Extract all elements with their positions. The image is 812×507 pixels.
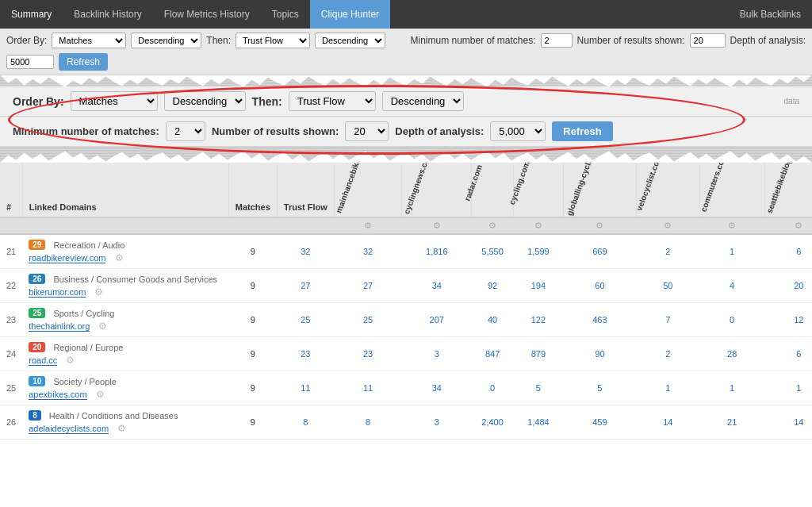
nav-bulk-backlinks[interactable]: Bulk Backlinks [729,0,812,29]
domain-link[interactable]: roadbikereview.com [29,253,105,263]
row-col-8: 6 [764,234,812,269]
settings-icon[interactable]: ⚙ [96,389,105,400]
row-domain-cell: 25 Sports / Cycling thechainlink.org ⚙ [22,303,228,337]
row-col-6: 50 [637,269,699,303]
row-col-8: 1 [764,371,812,405]
row-col-6: 14 [637,405,699,440]
row-trust-flow: 32 [277,234,334,269]
order-by-label: Order By: [6,35,47,46]
row-matches: 9 [228,337,277,371]
zoom-depth-label: Depth of analysis: [395,125,484,137]
row-col-5: 5 [563,371,636,405]
row-col-2: 207 [402,303,472,337]
table-row: 25 10 Society / People apexbikes.com ⚙ 9… [0,371,812,405]
nav-summary[interactable]: Summary [0,0,63,29]
row-col-5: 60 [563,269,636,303]
row-matches: 9 [228,269,277,303]
category-badge: 20 [29,342,45,352]
row-col-3: 40 [472,303,514,337]
row-col-7: 1 [699,371,764,405]
category-label: Regional / Europe [53,343,123,352]
row-col-2: 34 [402,371,472,405]
category-badge: 10 [29,376,45,386]
domain-link[interactable]: adelaidecyclists.com [29,424,109,434]
nav-clique-hunter[interactable]: Clique Hunter [310,0,390,29]
row-col-4: 1,484 [514,405,564,440]
then-label: Then: [206,35,231,46]
descending2-select[interactable]: Descending Ascending [315,33,385,48]
table-row: 23 25 Sports / Cycling thechainlink.org … [0,303,812,337]
row-col-2: 1,816 [402,234,472,269]
row-domain-cell: 20 Regional / Europe road.cc ⚙ [22,337,228,371]
zoom-refresh-button[interactable]: Refresh [552,121,612,141]
row-domain-cell: 8 Health / Conditions and Diseases adela… [22,405,228,440]
zoom-results-select[interactable]: 2050100 [345,121,389,141]
table-row: 22 26 Business / Consumer Goods and Serv… [0,269,812,303]
zoom-filter-row1: Order By: Matches Trust Flow Descending … [0,86,812,116]
nav-topics[interactable]: Topics [261,0,310,29]
row-num: 23 [0,303,22,337]
domain-link[interactable]: thechainlink.org [29,321,90,332]
row-col-5: 463 [563,303,636,337]
col-rot4: cycling.com [514,163,564,217]
nav-backlink-history[interactable]: Backlink History [63,0,152,29]
row-col-4: 122 [514,303,564,337]
row-domain-cell: 29 Recreation / Audio roadbikereview.com… [22,234,228,269]
zoom-then-select[interactable]: Trust Flow Citation Flow [289,91,376,111]
settings-icon[interactable]: ⚙ [98,321,107,332]
row-matches: 9 [228,371,277,405]
row-matches: 9 [228,405,277,440]
results-input[interactable] [690,33,726,48]
domain-link[interactable]: road.cc [29,355,57,366]
zoom-results-label: Number of results shown: [212,125,339,137]
row-num: 26 [0,405,22,440]
then-select[interactable]: Trust Flow Citation Flow [236,33,310,48]
row-col-3: 5,550 [472,234,514,269]
col-rot8: seattlebikeblog... [764,163,812,217]
settings-icon[interactable]: ⚙ [66,355,75,366]
min-matches-input[interactable] [541,33,573,48]
descending1-select[interactable]: Descending Ascending [131,33,201,48]
top-nav: Summary Backlink History Flow Metrics Hi… [0,0,812,29]
zoom-depth-select[interactable]: 5,00010,000 [490,121,546,141]
zoom-orderby-label: Order By: [13,95,64,108]
col-trust-flow: Trust Flow [277,163,334,217]
col-rot7: commuters.com [699,163,764,217]
nav-flow-metrics[interactable]: Flow Metrics History [153,0,261,29]
results-label: Number of results shown: [577,35,685,46]
col-rot6: velocyclist.com [637,163,699,217]
zoom-desc2-select[interactable]: Descending Ascending [382,91,464,111]
row-col-2: 34 [402,269,472,303]
row-col-4: 5 [514,371,564,405]
row-col-7: 0 [699,303,764,337]
settings-icon[interactable]: ⚙ [115,252,124,263]
zoom-orderby-select[interactable]: Matches Trust Flow [71,91,158,111]
row-col-8: 12 [764,303,812,337]
row-matches: 9 [228,234,277,269]
results-table: # Linked Domains Matches Trust Flow main… [0,163,812,440]
depth-input[interactable] [6,55,54,69]
row-domain-cell: 10 Society / People apexbikes.com ⚙ [22,371,228,405]
row-col-4: 879 [514,337,564,371]
domain-link[interactable]: apexbikes.com [29,390,86,400]
row-col-5: 459 [563,405,636,440]
row-col-1: 25 [334,303,402,337]
settings-icon[interactable]: ⚙ [94,286,103,298]
row-col-1: 32 [334,234,402,269]
row-col-3: 92 [472,269,514,303]
settings-icon[interactable]: ⚙ [117,423,126,434]
table-row: 26 8 Health / Conditions and Diseases ad… [0,405,812,440]
row-trust-flow: 25 [277,303,334,337]
row-col-6: 1 [637,371,699,405]
category-label: Health / Conditions and Diseases [49,411,178,421]
row-matches: 9 [228,303,277,337]
row-num: 21 [0,234,22,269]
domain-link[interactable]: bikerumor.com [29,287,86,298]
refresh-button[interactable]: Refresh [59,53,108,71]
zoom-min-select[interactable]: 234 [166,121,205,141]
order-by-select[interactable]: Matches Trust Flow Citation Flow [52,33,126,48]
zoom-desc1-select[interactable]: Descending Ascending [164,91,246,111]
row-col-5: 90 [563,337,636,371]
row-col-8: 14 [764,405,812,440]
row-col-6: 7 [637,303,699,337]
